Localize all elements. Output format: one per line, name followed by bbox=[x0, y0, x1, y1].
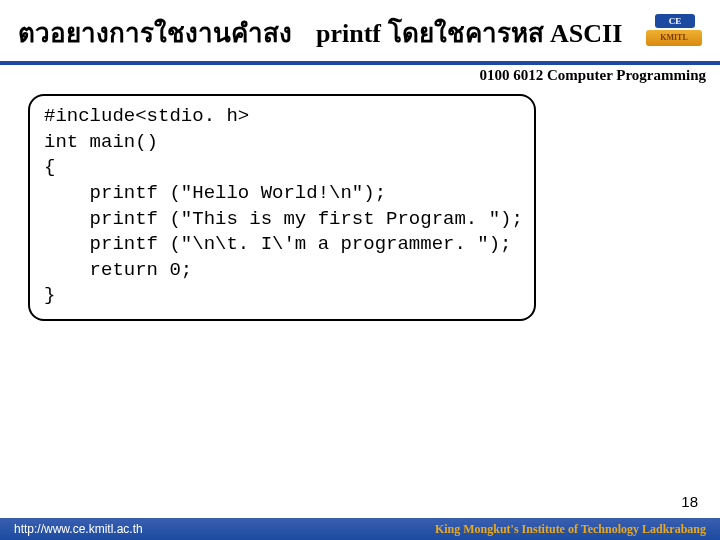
code-line: } bbox=[44, 284, 55, 306]
title-right: printf โดยใชคารหส ASCII bbox=[316, 12, 622, 53]
footer-institution: King Mongkut's Institute of Technology L… bbox=[435, 522, 706, 537]
header-rule bbox=[0, 61, 720, 65]
code-example-box: #include<stdio. h> int main() { printf (… bbox=[28, 94, 536, 321]
title-left: ตวอยางการใชงานคำสง bbox=[18, 12, 292, 53]
code-line: { bbox=[44, 156, 55, 178]
code-line: int main() bbox=[44, 131, 158, 153]
code-line: printf ("\n\t. I\'m a programmer. "); bbox=[44, 233, 511, 255]
code-line: printf ("This is my first Program. "); bbox=[44, 208, 523, 230]
institution-logo: CE KMITL bbox=[646, 14, 704, 48]
slide-footer: http://www.ce.kmitl.ac.th King Mongkut's… bbox=[0, 518, 720, 540]
page-number: 18 bbox=[681, 493, 698, 510]
course-label: 0100 6012 Computer Programming bbox=[0, 67, 720, 84]
slide-header: ตวอยางการใชงานคำสง printf โดยใชคารหส ASC… bbox=[0, 0, 720, 57]
code-content: #include<stdio. h> int main() { printf (… bbox=[44, 104, 520, 309]
code-line: printf ("Hello World!\n"); bbox=[44, 182, 386, 204]
logo-bottom-text: KMITL bbox=[646, 30, 702, 46]
footer-url: http://www.ce.kmitl.ac.th bbox=[14, 522, 143, 536]
code-line: #include<stdio. h> bbox=[44, 105, 249, 127]
logo-top-text: CE bbox=[655, 14, 695, 28]
code-line: return 0; bbox=[44, 259, 192, 281]
